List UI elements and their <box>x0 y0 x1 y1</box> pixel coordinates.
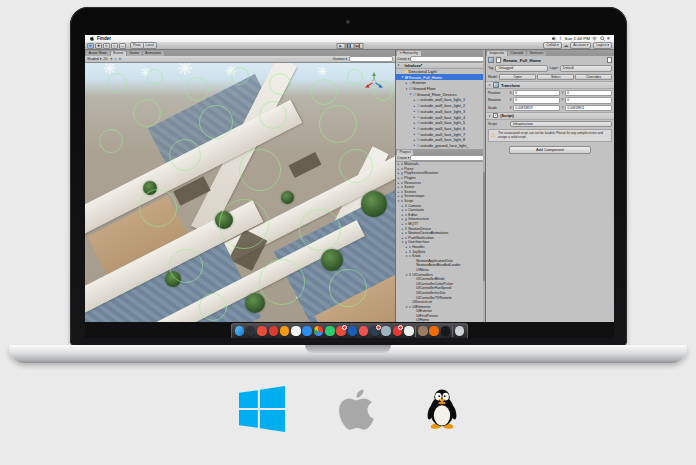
wifi-icon[interactable] <box>592 36 597 41</box>
scene-viewport[interactable]: ✳ ✳ ✳ ✳ ✳ ✳ <box>85 63 395 322</box>
effects-dropdown-icon[interactable]: ✦ <box>118 57 121 61</box>
expand-arrow-icon[interactable]: ▾ <box>405 305 408 309</box>
play-control-button-pause-button[interactable]: ▌▌ <box>345 43 354 49</box>
y-value-field[interactable]: 0 <box>565 90 612 96</box>
dock-icon-chrome[interactable] <box>314 326 324 336</box>
prefab-action-button[interactable]: Overrides <box>575 74 612 81</box>
expand-arrow-icon[interactable]: ▸ <box>397 190 400 194</box>
hierarchy-item[interactable]: ▸ outside_ground_face_light_ <box>396 148 485 149</box>
tool-button-scale-tool[interactable]: ◇ <box>111 43 118 49</box>
expand-arrow-icon[interactable]: ▸ <box>401 208 404 212</box>
add-component-button[interactable]: Add Component <box>509 146 590 155</box>
expand-arrow-icon[interactable]: ▸ <box>413 98 416 102</box>
y-value-field[interactable]: 0 <box>565 97 612 103</box>
x-value-field[interactable]: 0 <box>513 97 560 103</box>
account-dropdown[interactable]: Account ▾ <box>570 42 591 49</box>
dock-icon-unity-app[interactable] <box>441 326 451 336</box>
dock-icon-blue-app-2[interactable] <box>348 326 358 336</box>
gameobject-name-field[interactable]: Renato_Full_Home <box>503 58 605 63</box>
play-control-button-play-button[interactable]: ▶ <box>336 43 345 49</box>
dock-icon-navy-app[interactable] <box>370 326 380 336</box>
expand-arrow-icon[interactable]: ▾ <box>405 254 408 258</box>
expand-arrow-icon[interactable]: ▸ <box>413 143 416 147</box>
apple-menu-icon[interactable] <box>89 36 94 41</box>
expand-arrow-icon[interactable]: ▾ <box>405 273 408 277</box>
cloud-services-icon[interactable]: ☁ <box>564 43 569 49</box>
2d-toggle[interactable]: 2D <box>103 57 107 61</box>
expand-arrow-icon[interactable]: ▸ <box>397 185 400 189</box>
expand-arrow-icon[interactable]: ▾ <box>401 75 404 79</box>
x-value-field[interactable]: 0.00818819 <box>513 105 560 111</box>
hierarchy-create-button[interactable]: Create ▾ <box>397 57 409 61</box>
script-component-header[interactable]: ▾ ✓ (Script) <box>486 112 614 120</box>
expand-arrow-icon[interactable]: ▸ <box>401 217 404 221</box>
script-enabled-checkbox[interactable]: ✓ <box>493 113 498 118</box>
expand-arrow-icon[interactable]: ▾ <box>405 87 408 91</box>
dock-icon-grayblue-app[interactable] <box>381 326 391 336</box>
layer-dropdown[interactable]: Default <box>560 65 612 72</box>
dock-icon-appstore[interactable] <box>291 326 301 336</box>
spotlight-search-icon[interactable] <box>600 36 605 41</box>
expand-arrow-icon[interactable]: ▾ <box>401 240 404 244</box>
lighting-toggle-icon[interactable]: ☀ <box>110 57 113 61</box>
expand-arrow-icon[interactable]: ▸ <box>401 222 404 226</box>
dock-icon-separator-2[interactable] <box>452 326 453 337</box>
expand-arrow-icon[interactable]: ▸ <box>405 245 408 249</box>
y-value-field[interactable]: 0.00818811 <box>565 105 612 111</box>
tool-button-rotate-tool[interactable]: ↻ <box>103 43 110 49</box>
layers-dropdown[interactable]: Layers ▾ <box>593 42 612 49</box>
expand-arrow-icon[interactable]: ▸ <box>413 121 416 125</box>
prefab-action-button[interactable]: Select <box>537 74 574 81</box>
expand-arrow-icon[interactable]: ▸ <box>401 204 404 208</box>
project-scrollbar[interactable] <box>483 50 486 322</box>
active-app-name[interactable]: Finder <box>97 36 111 41</box>
transform-component-header[interactable]: ▾ Transform <box>486 81 614 89</box>
active-checkbox[interactable]: ✓ <box>496 57 501 62</box>
project-create-button[interactable]: Create ▾ <box>397 156 409 160</box>
expand-arrow-icon[interactable]: ▸ <box>397 176 400 180</box>
static-checkbox[interactable] <box>607 57 612 62</box>
expand-arrow-icon[interactable]: ▸ <box>401 213 404 217</box>
tool-button-move-tool[interactable]: ✚ <box>95 43 102 49</box>
project-search-input[interactable] <box>410 155 484 161</box>
foldout-arrow-icon[interactable]: ▾ <box>488 114 491 118</box>
expand-arrow-icon[interactable]: ▸ <box>413 138 416 142</box>
scene-orientation-gizmo[interactable] <box>363 71 385 97</box>
local-button[interactable]: Local <box>144 42 157 49</box>
dock-icon-dark-app[interactable] <box>246 326 256 336</box>
expand-arrow-icon[interactable]: ▸ <box>413 132 416 136</box>
dock-icon-mail-app[interactable] <box>269 326 279 336</box>
expand-arrow-icon[interactable]: ▸ <box>413 104 416 108</box>
dock-icon-folder[interactable] <box>418 326 428 336</box>
expand-arrow-icon[interactable]: ▸ <box>401 231 404 235</box>
x-value-field[interactable]: 0 <box>513 90 560 96</box>
scene-search-input[interactable] <box>349 56 393 62</box>
dock-icon-green-app[interactable] <box>325 326 335 336</box>
shaded-dropdown[interactable]: Shaded ▾ <box>87 57 101 61</box>
script-object-field[interactable]: Infrastructure <box>510 121 612 128</box>
dock-icon-orange-app[interactable] <box>280 326 290 336</box>
tag-dropdown[interactable]: Untagged <box>495 65 547 72</box>
expand-arrow-icon[interactable]: ▸ <box>413 109 416 113</box>
expand-arrow-icon[interactable]: ▸ <box>397 194 400 198</box>
dock-icon-notes-app[interactable] <box>404 326 414 336</box>
dock-icon-marker[interactable] <box>429 326 439 336</box>
dock-icon-finder[interactable] <box>235 326 245 336</box>
dock-icon-red-app-4[interactable] <box>393 326 403 336</box>
foldout-arrow-icon[interactable]: ▾ <box>488 83 491 87</box>
prefab-action-button[interactable]: Open <box>499 74 536 81</box>
expand-arrow-icon[interactable]: ▾ <box>397 63 400 67</box>
expand-arrow-icon[interactable]: ▸ <box>405 81 408 85</box>
dock-icon-trash[interactable] <box>455 326 465 336</box>
hierarchy-search-input[interactable] <box>410 56 484 62</box>
expand-arrow-icon[interactable]: ▸ <box>401 236 404 240</box>
expand-arrow-icon[interactable]: ▾ <box>397 199 400 203</box>
menubar-clock[interactable]: Sun 1:44 PM <box>564 36 589 41</box>
dock-icon-red-app[interactable] <box>257 326 267 336</box>
volume-icon[interactable] <box>552 36 557 41</box>
play-control-button-step-button[interactable]: ▶▌ <box>354 43 363 49</box>
expand-arrow-icon[interactable]: ▸ <box>405 250 408 254</box>
expand-arrow-icon[interactable]: ▸ <box>397 181 400 185</box>
expand-arrow-icon[interactable]: ▸ <box>397 171 400 175</box>
dock-icon-separator[interactable] <box>415 326 416 337</box>
